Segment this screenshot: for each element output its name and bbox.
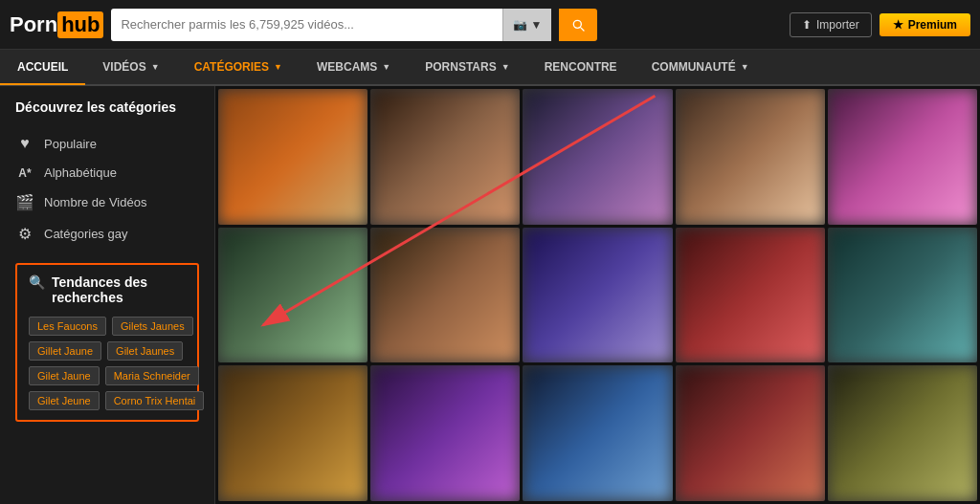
- video-thumb-11[interactable]: [218, 365, 368, 501]
- header: Pornhub 📷 ▼ ⬆ Importer ★ Premium: [0, 0, 980, 50]
- video-thumb-7[interactable]: [370, 228, 520, 363]
- cam-icon: 📷: [513, 18, 527, 32]
- chevron-down-icon: ▼: [151, 62, 160, 72]
- search-bar: 📷 ▼: [111, 9, 551, 41]
- header-actions: ⬆ Importer ★ Premium: [790, 12, 970, 37]
- logo[interactable]: Pornhub: [10, 11, 103, 38]
- cam-button[interactable]: 📷 ▼: [502, 9, 552, 41]
- search-button[interactable]: [559, 9, 597, 41]
- nav-item-accueil[interactable]: ACCUEIL: [0, 51, 85, 85]
- importer-button[interactable]: ⬆ Importer: [790, 12, 872, 37]
- logo-porn: Porn: [10, 12, 57, 37]
- menu-label-populaire: Populaire: [44, 137, 97, 151]
- nav-label-accueil: ACCUEIL: [17, 60, 68, 74]
- chevron-down-icon-4: ▼: [501, 62, 510, 72]
- alpha-icon: A*: [15, 166, 34, 180]
- nav-label-webcams: WEBCAMS: [317, 60, 377, 74]
- tag-gillet-jaune[interactable]: Gillet Jaune: [29, 341, 101, 361]
- nav-label-pornstars: PORNSTARS: [425, 60, 496, 74]
- tag-gilet-jaune[interactable]: Gilet Jaune: [29, 366, 100, 385]
- nav-label-categories: CATÉGORIES: [194, 60, 269, 74]
- trending-title: 🔍 Tendances des recherches: [29, 274, 186, 305]
- video-thumb-10[interactable]: [828, 228, 977, 363]
- trending-box: 🔍 Tendances des recherches Les Faucons G…: [15, 263, 199, 422]
- video-thumb-15[interactable]: [828, 365, 977, 501]
- nav-label-communaute: COMMUNAUTÉ: [652, 60, 736, 74]
- menu-item-nombre-videos[interactable]: 🎬 Nombre de Vidéos: [15, 186, 199, 218]
- search-icon: [570, 17, 586, 33]
- video-thumb-5[interactable]: [828, 89, 977, 225]
- video-thumb-4[interactable]: [676, 89, 825, 225]
- chevron-down-icon-5: ▼: [741, 62, 749, 72]
- search-icon-trending: 🔍: [29, 274, 45, 290]
- video-thumb-14[interactable]: [676, 365, 825, 501]
- video-thumb-12[interactable]: [370, 365, 520, 501]
- trending-title-text: Tendances des recherches: [52, 274, 186, 305]
- search-input[interactable]: [111, 9, 501, 41]
- video-icon: 🎬: [15, 193, 34, 211]
- gay-icon: ⚙: [15, 225, 34, 243]
- nav-item-communaute[interactable]: COMMUNAUTÉ ▼: [635, 51, 767, 85]
- dropdown-title: Découvrez les catégories: [15, 99, 199, 115]
- trending-tags: Les Faucons Gilets Jaunes Gillet Jaune G…: [29, 317, 186, 410]
- menu-label-categories-gay: Catégories gay: [44, 227, 127, 241]
- upload-icon: ⬆: [802, 18, 812, 32]
- star-icon: ★: [893, 18, 903, 32]
- video-thumb-3[interactable]: [523, 89, 672, 225]
- video-thumb-9[interactable]: [676, 228, 825, 363]
- menu-label-alphabetique: Alphabétique: [44, 165, 117, 180]
- premium-button[interactable]: ★ Premium: [880, 13, 970, 36]
- tag-maria-schneider[interactable]: Maria Schneider: [105, 366, 199, 385]
- trending-row-3: Gilet Jaune Maria Schneider: [29, 366, 186, 385]
- video-thumb-8[interactable]: [523, 228, 672, 363]
- video-grid: [215, 86, 980, 504]
- chevron-down-icon-3: ▼: [382, 62, 390, 72]
- tag-les-faucons[interactable]: Les Faucons: [29, 317, 106, 336]
- premium-label: Premium: [908, 18, 957, 32]
- nav-item-pornstars[interactable]: PORNSTARS ▼: [408, 51, 526, 85]
- nav-item-categories[interactable]: CATÉGORIES ▼: [177, 51, 300, 85]
- tag-gilet-jaunes[interactable]: Gilet Jaunes: [107, 341, 183, 361]
- nav-item-videos[interactable]: VIDÉOS ▼: [85, 51, 176, 85]
- menu-item-populaire[interactable]: ♥ Populaire: [15, 128, 199, 159]
- categories-dropdown: Découvrez les catégories ♥ Populaire A* …: [0, 86, 215, 504]
- main-content: Découvrez les catégories ♥ Populaire A* …: [0, 86, 980, 504]
- menu-item-categories-gay[interactable]: ⚙ Catégories gay: [15, 218, 199, 250]
- trending-row-1: Les Faucons Gilets Jaunes: [29, 317, 186, 336]
- logo-hub: hub: [57, 11, 103, 38]
- nav-label-rencontre: RENCONTRE: [545, 60, 617, 74]
- chevron-down-icon-2: ▼: [274, 62, 282, 72]
- tag-gilets-jaunes[interactable]: Gilets Jaunes: [112, 317, 193, 336]
- video-thumb-2[interactable]: [370, 89, 520, 225]
- cam-chevron: ▼: [531, 18, 543, 32]
- nav-item-webcams[interactable]: WEBCAMS ▼: [300, 51, 408, 85]
- trending-row-4: Gilet Jeune Corno Trix Hentai: [29, 391, 186, 410]
- nav-item-rencontre[interactable]: RENCONTRE: [527, 51, 635, 85]
- menu-label-nombre-videos: Nombre de Vidéos: [44, 195, 146, 209]
- heart-icon: ♥: [15, 135, 34, 152]
- menu-item-alphabetique[interactable]: A* Alphabétique: [15, 159, 199, 186]
- trending-row-2: Gillet Jaune Gilet Jaunes: [29, 341, 186, 361]
- tag-corno-trix-hentai[interactable]: Corno Trix Hentai: [105, 391, 205, 410]
- video-thumb-1[interactable]: [218, 89, 368, 225]
- importer-label: Importer: [816, 18, 859, 32]
- tag-gilet-jeune[interactable]: Gilet Jeune: [29, 391, 100, 410]
- video-thumb-6[interactable]: [218, 228, 368, 363]
- video-thumb-13[interactable]: [523, 365, 672, 501]
- video-area: [215, 86, 980, 504]
- main-nav: ACCUEIL VIDÉOS ▼ CATÉGORIES ▼ WEBCAMS ▼ …: [0, 50, 980, 86]
- nav-label-videos: VIDÉOS: [102, 60, 145, 74]
